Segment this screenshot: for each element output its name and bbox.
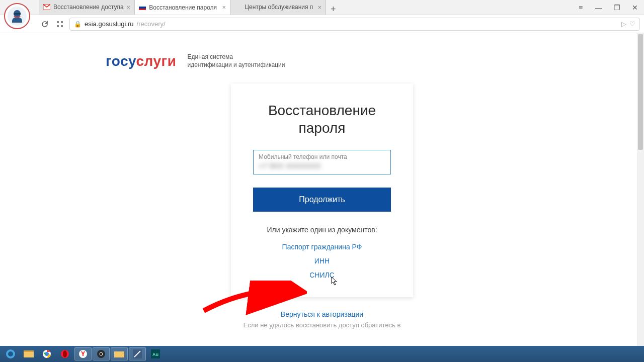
tab-service-centers[interactable]: Центры обслуживания п × [230,0,326,15]
svg-rect-6 [57,25,59,27]
browser-tab-strip: Восстановление доступа × Восстановление … [0,0,644,15]
close-icon[interactable]: × [222,4,226,11]
gmail-icon [43,4,50,11]
browser-menu-icon[interactable]: ≡ [572,0,590,15]
browser-profile-avatar[interactable] [4,3,30,29]
svg-text:Au: Au [152,352,158,357]
bookmark-icon[interactable]: ♡ [629,20,635,28]
taskbar-opera-icon[interactable] [56,347,73,360]
taskbar-chrome-icon[interactable] [38,347,55,360]
taskbar-editor-icon[interactable] [129,347,146,360]
close-window-button[interactable]: ✕ [626,0,644,15]
blank-icon [234,4,242,11]
address-bar-row: 🔒 esia.gosuslugi.ru/recovery/ ▷ ♡ [0,15,644,33]
back-to-login-link[interactable]: Вернуться к авторизации [281,310,363,318]
tab-label: Восстановление доступа [53,4,124,11]
site-header: госуслуги Единая система идентификации и… [106,53,518,69]
inn-link[interactable]: ИНН [314,257,330,265]
send-icon[interactable]: ▷ [621,20,626,28]
svg-point-18 [97,350,105,358]
new-tab-button[interactable]: + [326,4,340,15]
phone-or-email-input[interactable]: Мобильный телефон или почта +7 9XX XXXXX… [253,150,391,174]
tab-gmail-recovery[interactable]: Восстановление доступа × [39,0,135,15]
footer-cut-text: Если не удалось восстановить доступ обра… [231,321,413,329]
tab-label: Восстановление пароля [149,4,219,11]
svg-rect-20 [114,351,124,357]
tab-label: Центры обслуживания п [245,4,314,11]
scrollbar[interactable] [637,33,644,346]
svg-text:Y: Y [81,350,85,357]
taskbar-explorer-icon[interactable] [20,347,37,360]
snils-link[interactable]: СНИЛС [309,271,335,279]
tab-esia-recovery[interactable]: Восстановление пароля × [135,0,230,15]
page-viewport: госуслуги Единая система идентификации и… [0,33,644,346]
gosuslugi-logo: госуслуги [106,53,176,69]
taskbar-yandex-icon[interactable]: Y [74,347,92,360]
input-label: Мобильный телефон или почта [259,153,385,160]
windows-taskbar: Y Au [0,346,644,362]
close-icon[interactable]: × [318,4,322,11]
close-icon[interactable]: × [127,4,131,11]
ru-flag-icon [139,4,146,11]
maximize-button[interactable]: ❐ [608,0,626,15]
passport-link[interactable]: Паспорт гражданина РФ [282,243,362,251]
svg-point-9 [8,351,13,356]
logo-subtitle: Единая система идентификации и аутентифи… [187,53,285,69]
address-bar[interactable]: 🔒 esia.gosuslugi.ru/recovery/ ▷ ♡ [69,18,640,31]
svg-rect-11 [24,350,34,352]
taskbar-obs-icon[interactable] [93,347,110,360]
apps-grid-icon[interactable] [54,19,65,30]
svg-point-15 [63,350,67,357]
reload-button[interactable] [39,19,50,30]
continue-button[interactable]: Продолжить [253,188,391,212]
taskbar-folder-icon[interactable] [111,347,128,360]
svg-rect-4 [57,21,59,23]
svg-rect-5 [61,21,63,23]
recovery-card: Восстановление пароля Мобильный телефон … [231,83,413,297]
url-host: esia.gosuslugi.ru [85,20,134,28]
input-value-masked: +7 9XX XXXXXXX [259,161,385,170]
svg-rect-7 [61,25,63,27]
minimize-button[interactable]: — [590,0,608,15]
start-button[interactable] [2,347,19,360]
alt-documents-prompt: Или укажите один из документов: [267,226,377,234]
svg-rect-2 [14,13,21,15]
url-path: /recovery/ [137,20,166,28]
taskbar-audition-icon[interactable]: Au [147,347,164,360]
lock-icon: 🔒 [74,21,82,28]
page-title: Восстановление пароля [253,102,391,137]
